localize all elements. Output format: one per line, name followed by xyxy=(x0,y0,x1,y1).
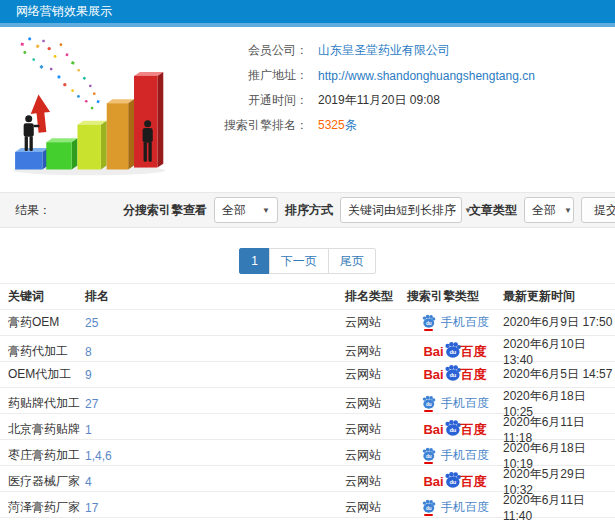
baidu-paw-icon: du xyxy=(421,314,436,331)
rank-link[interactable]: 9 xyxy=(85,368,345,382)
baidu-logo: Bai du 百度 xyxy=(423,473,486,491)
rank-link[interactable]: 8 xyxy=(85,345,345,359)
page-button-last[interactable]: 尾页 xyxy=(328,248,376,274)
promo-chart-image xyxy=(2,33,190,189)
keyword-cell: 膏药OEM xyxy=(8,314,85,331)
rank-type-cell: 云网站 xyxy=(345,473,407,490)
page-button-next[interactable]: 下一页 xyxy=(269,248,329,274)
pagination: 1 下一页 尾页 xyxy=(0,248,615,274)
engine-filter-value: 全部 xyxy=(222,202,246,219)
baidu-logo-bai: Bai xyxy=(423,422,443,437)
table-row: 菏泽膏药厂家 17 云网站 du 手机百度 xyxy=(0,492,615,518)
bar-orange xyxy=(107,99,134,169)
rank-link[interactable]: 17 xyxy=(85,501,345,515)
rank-count-number: 5325 xyxy=(318,118,345,132)
article-type-label: 文章类型 xyxy=(469,202,517,219)
table-row: OEM代加工 9 云网站 du 手机百度 xyxy=(0,362,615,388)
svg-text:du: du xyxy=(449,427,456,433)
result-label: 结果： xyxy=(15,202,51,219)
article-type-value: 全部 xyxy=(532,202,556,219)
baidu-logo-suffix: 百度 xyxy=(461,473,487,491)
mobile-baidu-label: 手机百度 xyxy=(441,499,489,516)
submit-button[interactable]: 提交 xyxy=(581,197,615,223)
paw-underline xyxy=(424,514,433,516)
engine-cell: du 手机百度 Bai du 百度 xyxy=(407,421,503,439)
engine-cell: du 手机百度 Bai du 百度 xyxy=(407,473,503,491)
baidu-logo-suffix: 百度 xyxy=(461,366,487,384)
table-row: 枣庄膏药加工 1,4,6 云网站 du 手机百度 xyxy=(0,440,615,466)
rank-type-cell: 云网站 xyxy=(345,366,407,383)
svg-text:du: du xyxy=(426,321,432,326)
rank-count-unit: 条 xyxy=(345,118,357,132)
table-header-row: 关键词 排名 排名类型 搜索引擎类型 最新更新时间 xyxy=(0,284,615,310)
bar-lime xyxy=(77,121,106,170)
keyword-cell: 北京膏药贴牌 xyxy=(8,421,85,438)
paw-underline xyxy=(424,410,433,412)
rank-type-cell: 云网站 xyxy=(345,395,407,412)
mobile-baidu-logo: du 手机百度 xyxy=(421,314,489,331)
filter-controls: 分搜索引擎查看 全部 ▼ 排序方式 关键词由短到长排序 ▼ 文章类型 全部 ▼ … xyxy=(123,197,615,223)
keyword-cell: 膏药代加工 xyxy=(8,343,85,360)
engine-cell: du 手机百度 Bai du 百度 xyxy=(407,314,503,331)
baidu-paw-icon: du xyxy=(443,341,462,358)
rank-link[interactable]: 4 xyxy=(85,475,345,489)
rank-type-cell: 云网站 xyxy=(345,499,407,516)
baidu-logo-bai: Bai xyxy=(423,474,443,489)
keyword-cell: 枣庄膏药加工 xyxy=(8,447,85,464)
table-row: 北京膏药贴牌 1 云网站 du 手机百度 xyxy=(0,414,615,440)
rank-type-cell: 云网站 xyxy=(345,343,407,360)
table-body: 膏药OEM 25 云网站 du 手机百度 xyxy=(0,310,615,518)
paw-underline xyxy=(424,462,433,464)
engine-cell: du 手机百度 Bai du 百度 xyxy=(407,395,503,412)
engine-cell: du 手机百度 Bai du 百度 xyxy=(407,343,503,361)
baidu-logo-bai: Bai xyxy=(423,367,443,382)
engine-cell: du 手机百度 Bai du 百度 xyxy=(407,499,503,516)
baidu-paw-icon: du xyxy=(443,419,462,436)
promotion-url-label: 推广地址： xyxy=(190,67,308,84)
company-link[interactable]: 山东皇圣堂药业有限公司 xyxy=(318,42,450,59)
mobile-baidu-logo: du 手机百度 xyxy=(421,395,489,412)
baidu-paw-icon: du xyxy=(421,499,436,516)
column-header-updated: 最新更新时间 xyxy=(503,288,615,305)
column-header-keyword: 关键词 xyxy=(8,288,85,305)
chevron-down-icon: ▼ xyxy=(262,206,270,215)
column-header-engine-type: 搜索引擎类型 xyxy=(407,288,503,305)
engine-filter-select[interactable]: 全部 ▼ xyxy=(214,197,278,223)
svg-text:du: du xyxy=(426,506,432,511)
promotion-url-link[interactable]: http://www.shandonghuangshengtang.cn xyxy=(318,69,535,83)
rank-link[interactable]: 27 xyxy=(85,397,345,411)
search-rank-count-link[interactable]: 5325条 xyxy=(318,117,357,134)
rank-type-cell: 云网站 xyxy=(345,421,407,438)
rank-type-cell: 云网站 xyxy=(345,447,407,464)
svg-text:du: du xyxy=(426,402,432,407)
page-button-current[interactable]: 1 xyxy=(239,248,270,274)
keyword-cell: 药贴牌代加工 xyxy=(8,395,85,412)
baidu-logo: Bai du 百度 xyxy=(423,343,486,361)
svg-text:du: du xyxy=(426,454,432,459)
keyword-rank-table: 关键词 排名 排名类型 搜索引擎类型 最新更新时间 膏药OEM 25 云网站 d… xyxy=(0,283,615,518)
article-type-select[interactable]: 全部 ▼ xyxy=(524,197,574,223)
mobile-baidu-label: 手机百度 xyxy=(441,395,489,412)
chevron-down-icon: ▼ xyxy=(564,206,572,215)
svg-text:du: du xyxy=(449,372,456,378)
rank-link[interactable]: 25 xyxy=(85,316,345,330)
search-rank-label: 搜索引擎排名： xyxy=(190,117,308,134)
businessman-left xyxy=(24,115,40,151)
bar-green xyxy=(46,138,77,169)
top-header-bar: 网络营销效果展示 xyxy=(0,0,615,23)
keyword-cell: 医疗器械厂家 xyxy=(8,473,85,490)
baidu-logo: Bai du 百度 xyxy=(423,421,486,439)
rank-link[interactable]: 1,4,6 xyxy=(85,449,345,463)
sort-value: 关键词由短到长排序 xyxy=(348,202,456,219)
company-label: 会员公司： xyxy=(190,42,308,59)
baidu-logo-bai: Bai xyxy=(423,344,443,359)
rank-link[interactable]: 1 xyxy=(85,423,345,437)
info-row-url: 推广地址： http://www.shandonghuangshengtang.… xyxy=(190,67,615,84)
engine-cell: du 手机百度 Bai du 百度 xyxy=(407,366,503,384)
sort-select[interactable]: 关键词由短到长排序 ▼ xyxy=(340,197,462,223)
mobile-baidu-label: 手机百度 xyxy=(441,314,489,331)
updated-time-cell: 2020年6月11日 11:40 xyxy=(503,492,615,520)
baidu-logo-suffix: 百度 xyxy=(461,421,487,439)
table-row: 医疗器械厂家 4 云网站 du 手机百度 xyxy=(0,466,615,492)
rank-type-cell: 云网站 xyxy=(345,314,407,331)
